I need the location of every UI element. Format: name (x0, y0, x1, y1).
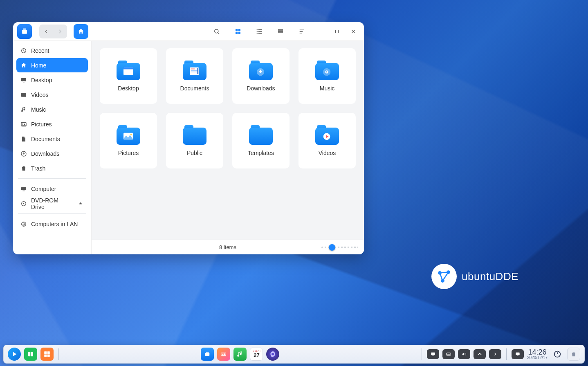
sidebar-item-label: Trash (31, 165, 45, 172)
ubuntudde-logo-icon (431, 264, 457, 289)
folder-label: Public (187, 150, 202, 156)
statusbar: 8 items (92, 240, 364, 254)
sidebar: RecentHomeDesktopVideosMusicPicturesDocu… (13, 41, 92, 254)
clock-time: 14:26 (528, 348, 546, 356)
computer-icon (20, 186, 27, 192)
multitask-button[interactable] (24, 348, 37, 361)
eject-icon[interactable] (77, 200, 84, 207)
nav-buttons (39, 25, 67, 38)
svg-rect-17 (278, 31, 283, 32)
minimize-button[interactable] (314, 25, 327, 38)
view-columns-button[interactable] (274, 25, 287, 38)
svg-rect-53 (47, 355, 50, 357)
folder-pictures[interactable]: Pictures (100, 113, 157, 168)
folder-videos[interactable]: Videos (298, 113, 356, 168)
power-button[interactable] (551, 348, 564, 361)
sidebar-item-home[interactable]: Home (16, 58, 88, 72)
sidebar-item-downloads[interactable]: Downloads (16, 146, 88, 161)
folder-music[interactable]: Music (298, 48, 356, 104)
svg-rect-55 (206, 352, 209, 353)
tray-keyboard-icon[interactable] (442, 349, 455, 359)
sidebar-item-label: Computer (31, 186, 56, 192)
folder-documents[interactable]: Documents (166, 48, 223, 104)
svg-rect-35 (123, 67, 133, 70)
tray-more-icon[interactable] (489, 349, 501, 359)
svg-rect-61 (516, 353, 519, 355)
svg-rect-39 (191, 72, 198, 72)
svg-rect-52 (44, 355, 47, 357)
separator (18, 178, 86, 179)
svg-rect-50 (44, 351, 47, 354)
sidebar-item-pictures[interactable]: Pictures (16, 117, 88, 131)
sidebar-item-label: Home (31, 62, 46, 69)
search-button[interactable] (210, 25, 223, 38)
view-icons-button[interactable] (231, 25, 245, 38)
separator (422, 348, 422, 360)
maximize-button[interactable] (330, 25, 343, 38)
sidebar-item-label: Videos (31, 92, 49, 98)
dock-music[interactable] (233, 348, 247, 361)
dock-calendar[interactable]: MARCH 27 (250, 348, 263, 361)
video-icon (20, 92, 27, 98)
sidebar-item-dvd-rom-drive[interactable]: DVD-ROM Drive (16, 196, 88, 211)
svg-rect-48 (28, 352, 30, 357)
svg-rect-54 (205, 353, 210, 356)
svg-rect-4 (23, 28, 26, 29)
music-icon (20, 106, 27, 113)
folder-public[interactable]: Public (166, 113, 223, 168)
system-tray: 14:26 2020/12/17 (420, 348, 580, 361)
separator (506, 348, 507, 360)
folder-label: Documents (180, 85, 209, 92)
folder-templates[interactable]: Templates (232, 113, 290, 168)
tray-notifications-icon[interactable] (512, 349, 524, 359)
tray-screen-icon[interactable] (427, 349, 439, 359)
svg-point-5 (215, 29, 218, 33)
trash-icon (20, 165, 27, 172)
trash-button[interactable] (567, 348, 580, 361)
nav-forward-button[interactable] (53, 25, 67, 38)
sidebar-item-computers-in-lan[interactable]: Computers in LAN (16, 217, 88, 231)
folder-downloads[interactable]: Downloads (232, 48, 290, 104)
sidebar-item-desktop[interactable]: Desktop (16, 73, 88, 87)
disc-icon (20, 200, 27, 207)
svg-rect-57 (431, 353, 435, 355)
folder-label: Music (320, 85, 335, 92)
file-manager-window: RecentHomeDesktopVideosMusicPicturesDocu… (13, 22, 364, 254)
tray-volume-icon[interactable] (458, 349, 470, 359)
svg-rect-30 (22, 191, 25, 191)
folder-desktop[interactable]: Desktop (100, 48, 157, 104)
taskbar-clock[interactable]: 14:26 2020/12/17 (527, 348, 548, 360)
nav-back-button[interactable] (39, 25, 53, 38)
sidebar-item-videos[interactable]: Videos (16, 88, 88, 102)
sidebar-item-trash[interactable]: Trash (16, 161, 88, 175)
dock-settings[interactable] (266, 348, 279, 361)
zoom-slider[interactable] (321, 247, 358, 248)
sidebar-item-recent[interactable]: Recent (16, 43, 88, 58)
view-list-button[interactable] (253, 25, 266, 38)
svg-rect-51 (47, 351, 50, 354)
sidebar-item-label: Pictures (31, 121, 52, 128)
sidebar-item-documents[interactable]: Documents (16, 132, 88, 146)
launcher-button[interactable] (8, 348, 21, 361)
sidebar-item-music[interactable]: Music (16, 102, 88, 117)
separator (18, 213, 86, 214)
folder-icon (183, 61, 206, 80)
sidebar-item-label: Recent (31, 47, 49, 54)
desktop-icon (20, 77, 27, 83)
dock-photos[interactable] (217, 348, 230, 361)
svg-rect-8 (236, 31, 238, 34)
folder-label: Videos (319, 150, 336, 156)
sidebar-item-label: Computers in LAN (31, 221, 78, 227)
svg-rect-18 (278, 32, 283, 33)
tray-network-icon[interactable] (474, 349, 486, 359)
picture-icon (20, 121, 27, 128)
svg-rect-21 (21, 78, 26, 81)
sidebar-item-computer[interactable]: Computer (16, 182, 88, 196)
svg-rect-40 (197, 68, 198, 74)
close-button[interactable] (347, 25, 360, 38)
breadcrumb-home-button[interactable] (74, 24, 88, 39)
dock-file-manager[interactable] (201, 348, 214, 361)
svg-rect-62 (517, 356, 518, 356)
show-desktop-button[interactable] (40, 348, 54, 361)
menu-button[interactable] (295, 25, 308, 38)
